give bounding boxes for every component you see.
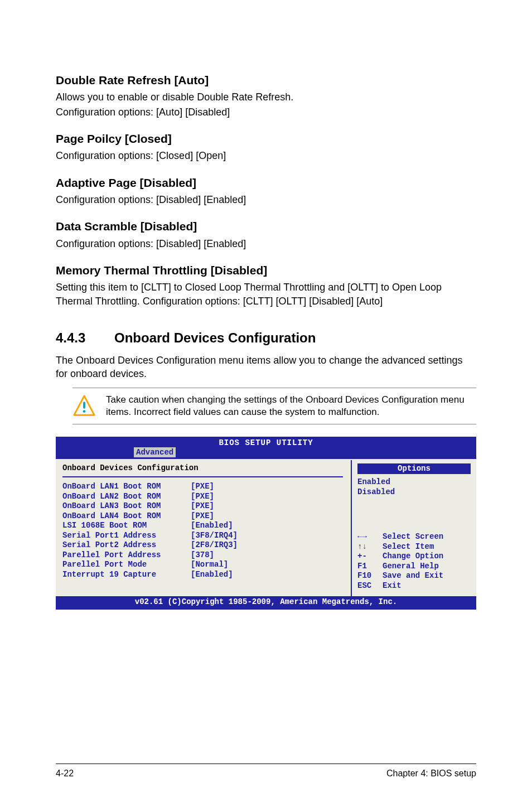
bios-tab-bar: Advanced: [56, 448, 476, 459]
svg-rect-1: [83, 402, 85, 408]
bios-title: BIOS SETUP UTILITY: [56, 437, 476, 448]
bios-help-text: Exit: [383, 581, 402, 591]
section-heading: Page Poilcy [Closed]: [56, 131, 476, 147]
svg-point-2: [83, 410, 86, 413]
bios-setting-value: [Enabled]: [191, 570, 233, 580]
note-callout: Take caution when changing the settings …: [72, 388, 476, 424]
bios-setting-row[interactable]: OnBoard LAN3 Boot ROM[PXE]: [62, 501, 343, 511]
body-text: Allows you to enable or disable Double R…: [56, 90, 476, 104]
bios-help-block: ←→Select Screen ↑↓Select Item +-Change O…: [357, 499, 471, 591]
bios-help-key: ←→: [357, 532, 383, 542]
section-heading: Memory Thermal Throttling [Disabled]: [56, 263, 476, 278]
body-text: Configuration options: [Auto] [Disabled]: [56, 105, 476, 119]
bios-option[interactable]: Enabled: [357, 477, 471, 487]
body-text: The Onboard Devices Configuration menu i…: [56, 354, 476, 381]
bios-help-key: ↑↓: [357, 542, 383, 552]
bios-setting-value: [Normal]: [191, 560, 228, 570]
body-text: Configuration options: [Disabled] [Enabl…: [56, 237, 476, 250]
bios-setting-label: LSI 1068E Boot ROM: [62, 521, 191, 531]
bios-help-key: F10: [357, 571, 383, 581]
body-text: Configuration options: [Disabled] [Enabl…: [56, 193, 476, 206]
bios-setting-value: [2F8/IRQ3]: [191, 540, 238, 550]
bios-setting-label: Interrupt 19 Capture: [62, 570, 191, 580]
page-number: 4-22: [56, 767, 74, 780]
bios-left-panel: Onboard Devices Configuration OnBoard LA…: [56, 460, 351, 597]
body-text: Configuration options: [Closed] [Open]: [56, 149, 476, 162]
warning-icon: [72, 394, 96, 418]
divider: [62, 476, 343, 477]
bios-tab-advanced[interactable]: Advanced: [134, 447, 176, 457]
bios-setting-label: Serial Port2 Address: [62, 540, 191, 550]
bios-footer: v02.61 (C)Copyright 1985-2009, American …: [56, 596, 476, 610]
bios-setting-label: Parellel Port Address: [62, 550, 191, 561]
bios-setting-row[interactable]: Serial Port2 Address[2F8/IRQ3]: [62, 540, 343, 550]
bios-option[interactable]: Disabled: [357, 487, 471, 497]
bios-options-header: Options: [357, 463, 471, 475]
bios-setting-row[interactable]: Parellel Port Address[378]: [62, 550, 343, 561]
subsection-number: 4.4.3: [56, 329, 114, 347]
bios-setting-label: OnBoard LAN2 Boot ROM: [62, 492, 191, 502]
bios-setting-value: [Enabled]: [191, 521, 233, 531]
note-text: Take caution when changing the settings …: [106, 394, 472, 418]
bios-setting-label: OnBoard LAN4 Boot ROM: [62, 511, 191, 521]
subsection-title: Onboard Devices Configuration: [114, 330, 316, 345]
bios-help-key: +-: [357, 552, 383, 562]
bios-help-key: F1: [357, 562, 383, 572]
bios-panel-title: Onboard Devices Configuration: [62, 463, 343, 474]
bios-setting-value: [PXE]: [191, 501, 214, 511]
subsection-heading: 4.4.3Onboard Devices Configuration: [56, 329, 476, 347]
bios-setting-value: [378]: [191, 550, 214, 561]
bios-help-text: Select Item: [383, 542, 434, 552]
bios-setting-row[interactable]: OnBoard LAN2 Boot ROM[PXE]: [62, 492, 343, 502]
section-heading: Adaptive Page [Disabled]: [56, 175, 476, 191]
bios-setting-label: Serial Port1 Address: [62, 531, 191, 541]
bios-help-text: Change Option: [383, 552, 443, 562]
bios-setting-label: Parellel Port Mode: [62, 560, 191, 570]
section-heading: Double Rate Refresh [Auto]: [56, 73, 476, 88]
bios-setting-value: [PXE]: [191, 482, 214, 492]
bios-setting-value: [PXE]: [191, 492, 214, 502]
bios-setting-row[interactable]: Serial Port1 Address[3F8/IRQ4]: [62, 531, 343, 541]
bios-setting-row[interactable]: OnBoard LAN1 Boot ROM[PXE]: [62, 482, 343, 492]
bios-setting-row[interactable]: OnBoard LAN4 Boot ROM[PXE]: [62, 511, 343, 521]
bios-setting-row[interactable]: LSI 1068E Boot ROM[Enabled]: [62, 521, 343, 531]
bios-setting-label: OnBoard LAN3 Boot ROM: [62, 501, 191, 511]
bios-setting-label: OnBoard LAN1 Boot ROM: [62, 482, 191, 492]
bios-screenshot: BIOS SETUP UTILITY Advanced Onboard Devi…: [56, 437, 476, 610]
bios-right-panel: Options Enabled Disabled ←→Select Screen…: [351, 460, 476, 597]
bios-help-key: ESC: [357, 581, 383, 591]
bios-help-text: General Help: [383, 562, 439, 572]
page-footer: 4-22 Chapter 4: BIOS setup: [56, 764, 476, 780]
body-text: Setting this item to [CLTT] to Closed Lo…: [56, 281, 476, 308]
section-heading: Data Scramble [Disabled]: [56, 219, 476, 234]
bios-setting-value: [PXE]: [191, 511, 214, 521]
bios-help-text: Select Screen: [383, 532, 443, 542]
bios-setting-row[interactable]: Interrupt 19 Capture[Enabled]: [62, 570, 343, 580]
chapter-label: Chapter 4: BIOS setup: [386, 767, 476, 780]
bios-setting-value: [3F8/IRQ4]: [191, 531, 238, 541]
bios-setting-row[interactable]: Parellel Port Mode[Normal]: [62, 560, 343, 570]
bios-help-text: Save and Exit: [383, 571, 443, 581]
